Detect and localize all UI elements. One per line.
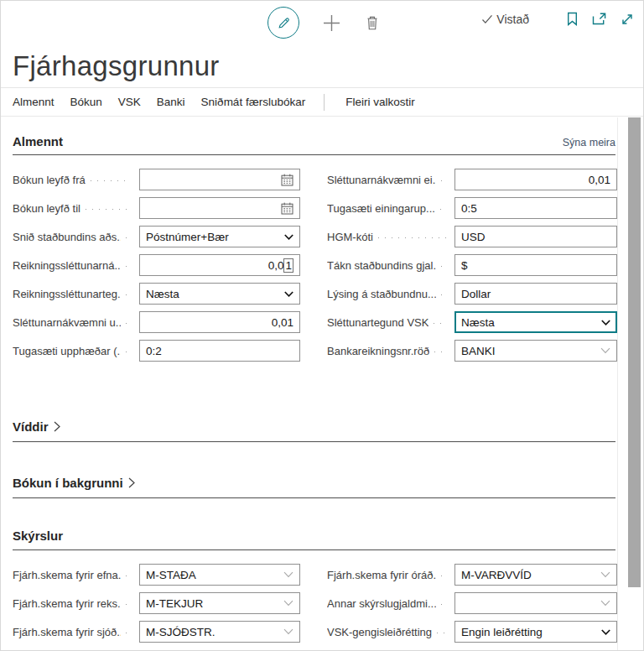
calendar-icon[interactable] xyxy=(281,174,293,186)
local-currency-symbol-input[interactable]: $ xyxy=(454,254,617,276)
dotted-leader xyxy=(126,352,131,352)
field-label: Fjárh.skema fyrir sjóð... xyxy=(13,626,121,638)
section-reports-header: Skýrslur xyxy=(13,529,615,550)
chevron-down-icon[interactable] xyxy=(283,571,293,578)
dotted-leader xyxy=(91,180,131,181)
additional-reporting-currency-select[interactable] xyxy=(454,592,617,614)
dotted-leader xyxy=(441,604,446,605)
field-value: Næsta xyxy=(146,288,279,300)
bookmark-button[interactable] xyxy=(567,12,578,26)
field-value: M-VARÐVVÍD xyxy=(461,569,595,581)
chevron-down-icon[interactable] xyxy=(600,347,610,354)
chevron-down-icon[interactable] xyxy=(284,234,293,240)
section-general-title: Almennt xyxy=(13,134,63,148)
field-row: Reikningssléttunarná... 0,01 xyxy=(13,254,300,276)
tab-general[interactable]: Almennt xyxy=(13,96,55,108)
chevron-down-icon[interactable] xyxy=(283,628,293,635)
retained-earnings-schema-select[interactable]: M-VARÐVVÍD xyxy=(454,564,617,586)
chevron-right-icon xyxy=(54,421,60,432)
field-row: Bókun leyfð til xyxy=(13,197,300,219)
edit-button[interactable] xyxy=(267,7,299,39)
unit-amount-decimal-places-input[interactable]: 0:5 xyxy=(454,197,617,219)
local-currency-description-input[interactable]: Dollar xyxy=(454,283,617,305)
balance-sheet-schema-select[interactable]: M-STAÐA xyxy=(139,564,300,586)
field-row: Annar skýrslugjaldmi... xyxy=(327,592,617,614)
chevron-down-icon[interactable] xyxy=(600,600,610,607)
chevron-right-icon xyxy=(128,477,135,488)
tab-vat[interactable]: VSK xyxy=(118,96,141,108)
field-row: Fjárh.skema fyrir óráð... M-VARÐVVÍD xyxy=(327,564,617,586)
inv-rounding-type-select[interactable]: Næsta xyxy=(139,283,300,305)
field-label: HGM-kóti xyxy=(327,231,373,243)
field-value: $ xyxy=(461,259,610,272)
show-more-link[interactable]: Sýna meira xyxy=(563,137,615,148)
tab-bank[interactable]: Banki xyxy=(157,96,185,108)
income-statement-schema-select[interactable]: M-TEKJUR xyxy=(139,592,300,614)
lcy-code-input[interactable]: USD xyxy=(454,226,617,247)
field-row: Sléttunarnákvæmni ei... 0,01 xyxy=(327,169,617,190)
page-content: Almennt Sýna meira Bókun leyfð frá xyxy=(1,134,643,649)
posting-allowed-from-input[interactable] xyxy=(139,169,300,190)
dotted-leader xyxy=(126,604,131,605)
dotted-leader xyxy=(441,180,446,181)
expand-button[interactable] xyxy=(621,13,634,26)
reports-left-column: Fjárh.skema fyrir efna... M-STAÐA Fjárh.… xyxy=(13,564,300,649)
calendar-icon[interactable] xyxy=(281,202,293,215)
posting-allowed-to-input[interactable] xyxy=(139,197,300,219)
field-label: Sléttunartegund VSK xyxy=(327,316,428,329)
open-in-new-window-button[interactable] xyxy=(592,13,606,25)
vat-rounding-type-select[interactable]: Næsta xyxy=(454,311,617,333)
new-button[interactable] xyxy=(321,13,342,34)
field-label: Sléttunarnákvæmni ei... xyxy=(327,174,436,186)
field-row: Bókun leyfð frá xyxy=(13,169,300,190)
field-value: M-TEKJUR xyxy=(146,597,278,610)
field-label: Lýsing á staðbundnu... xyxy=(327,288,436,300)
section-dimensions-title: Víddir xyxy=(13,419,49,434)
dotted-leader xyxy=(86,209,131,210)
chevron-down-icon[interactable] xyxy=(283,600,293,607)
field-row: Lýsing á staðbundnu... Dollar xyxy=(327,283,617,305)
dotted-leader xyxy=(126,237,131,238)
expand-arrows-icon xyxy=(621,13,634,26)
amount-decimal-places-input[interactable]: 0:2 xyxy=(139,340,300,362)
vertical-scrollbar[interactable] xyxy=(628,117,641,587)
dotted-leader xyxy=(441,575,446,576)
field-label: Reikningssléttunarná... xyxy=(13,259,121,272)
tab-journal-templates[interactable]: Sniðmát færslubókar xyxy=(201,96,306,108)
field-row: HGM-kóti USD xyxy=(327,226,617,247)
cash-flow-schema-select[interactable]: M-SJÓÐSTR. xyxy=(139,621,300,643)
field-row: Fjárh.skema fyrir efna... M-STAÐA xyxy=(13,564,300,586)
field-label: Tákn staðbundins gjal... xyxy=(327,259,436,272)
field-value: Næsta xyxy=(461,316,596,329)
chevron-down-icon[interactable] xyxy=(284,291,293,297)
field-value: USD xyxy=(461,231,610,243)
general-right-column: Sléttunarnákvæmni ei... 0,01 Tugasæti ei… xyxy=(327,169,617,368)
field-label: Tugasæti upphæðar (... xyxy=(13,345,121,357)
amount-rounding-precision-input[interactable]: 0,01 xyxy=(139,311,300,333)
unit-amount-rounding-precision-input[interactable]: 0,01 xyxy=(454,169,617,190)
field-label: Fjárh.skema fyrir óráð... xyxy=(327,569,436,581)
dotted-leader xyxy=(126,633,131,633)
vat-exchange-rate-adjustment-select[interactable]: Engin leiðrétting xyxy=(454,621,617,643)
saved-status: Vistað xyxy=(481,13,529,26)
tab-posting[interactable]: Bókun xyxy=(70,96,102,108)
bank-account-nos-select[interactable]: BANKI xyxy=(454,340,617,362)
dotted-leader xyxy=(434,352,446,352)
field-label: Reikningssléttunarteg... xyxy=(13,288,121,300)
chevron-down-icon[interactable] xyxy=(601,320,610,326)
chevron-down-icon[interactable] xyxy=(601,629,610,635)
dotted-leader xyxy=(126,323,131,324)
field-row: Sléttunartegund VSK Næsta xyxy=(327,311,617,333)
section-background-posting[interactable]: Bókun í bakgrunni xyxy=(13,476,615,498)
pencil-icon xyxy=(277,16,291,30)
more-options-menu[interactable]: Fleiri valkostir xyxy=(345,96,415,108)
field-label: Tugasæti einingarup... xyxy=(327,202,435,215)
tab-strip: Almennt Bókun VSK Banki Sniðmát færslubó… xyxy=(1,88,643,117)
delete-button[interactable] xyxy=(366,15,379,30)
chevron-down-icon[interactable] xyxy=(600,571,610,578)
field-value: 0:2 xyxy=(146,345,293,357)
local-address-format-select[interactable]: Póstnúmer+Bær xyxy=(139,226,300,247)
section-dimensions[interactable]: Víddir xyxy=(13,419,615,442)
inv-rounding-precision-input[interactable]: 0,01 xyxy=(139,254,300,276)
text-cursor: 1 xyxy=(283,258,293,273)
